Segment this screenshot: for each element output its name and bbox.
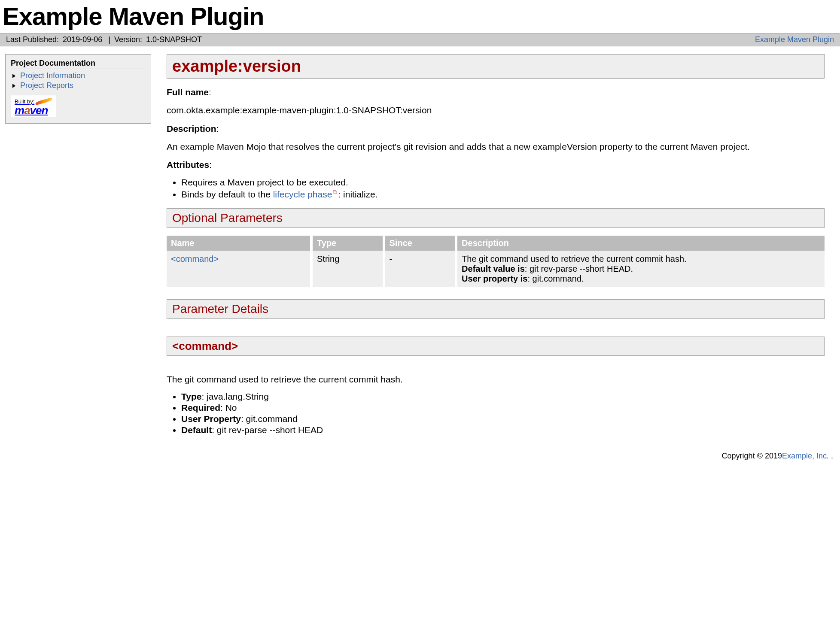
attribute-item: Binds by default to the lifecycle phase⧉… [181,188,825,200]
breadcrumb-left: Last Published: 2019-09-06 | Version: 1.… [6,35,204,44]
footer-prefix: Copyright © 2019 [722,452,782,460]
version-label: Version: [114,35,142,44]
param-detail-list: Type: java.lang.String Required: No User… [181,391,825,435]
sidebar-item-project-information[interactable]: Project Information [11,71,146,81]
attributes-label: Attributes [167,160,209,170]
parameter-command-heading: <command> [167,337,825,356]
fullname-label: Full name [167,87,209,97]
detail-default: Default: git rev-parse --short HEAD [181,425,825,435]
sidebar: Project Documentation Project Informatio… [5,54,151,124]
last-published-label: Last Published: [6,35,59,44]
param-desc-text: The git command used to retrieve the cur… [462,254,687,264]
banner: Example Maven Plugin [0,0,840,33]
table-header-name: Name [167,236,311,251]
external-link-icon: ⧉ [333,188,337,196]
goal-heading: example:version [167,54,825,79]
footer: Copyright © 2019Example, Inc. . [0,448,840,466]
sidebar-item-project-reports[interactable]: Project Reports [11,81,146,91]
attr2-prefix: Binds by default to the [181,189,273,199]
breadcrumb: Last Published: 2019-09-06 | Version: 1.… [0,33,840,46]
breadcrumb-project-link[interactable]: Example Maven Plugin [755,35,834,44]
attributes-list: Requires a Maven project to be executed.… [181,177,825,200]
fullname-value: com.okta.example:example-maven-plugin:1.… [167,104,825,116]
description-value: An example Maven Mojo that resolves the … [167,141,825,153]
detail-required: Required: No [181,403,825,413]
footer-company-link[interactable]: Example, Inc [782,452,827,460]
page-title: Example Maven Plugin [0,0,840,33]
attr2-suffix: : initialize. [338,189,377,199]
param-name-link[interactable]: <command> [171,254,219,264]
description-label: Description [167,124,216,133]
expand-icon [12,84,15,88]
sidebar-link-project-reports[interactable]: Project Reports [20,81,73,90]
sidebar-heading: Project Documentation [11,59,146,69]
table-header-since: Since [384,236,457,251]
last-published-value: 2019-09-06 [63,35,102,44]
sidebar-link-project-information[interactable]: Project Information [20,71,85,80]
built-by-maven-logo[interactable]: Built by: maven [11,95,57,117]
param-detail-description: The git command used to retrieve the cur… [167,373,825,385]
maven-brand: maven [15,104,48,117]
default-value: : git rev-parse --short HEAD. [525,264,633,273]
parameters-table: Name Type Since Description <command> St… [167,236,825,287]
breadcrumb-separator: | [108,35,110,44]
detail-user-property: User Property: git.command [181,414,825,424]
param-type: String [311,251,384,287]
attribute-item: Requires a Maven project to be executed. [181,177,825,188]
optional-parameters-heading: Optional Parameters [167,208,825,228]
table-header-type: Type [311,236,384,251]
default-value-label: Default value is [462,264,525,273]
table-header-description: Description [456,236,825,251]
param-since: - [384,251,457,287]
lifecycle-phase-link[interactable]: lifecycle phase [273,189,332,199]
param-description: The git command used to retrieve the cur… [456,251,825,287]
footer-suffix: . . [827,452,833,460]
user-property-label: User property is [462,274,527,283]
expand-icon [12,74,15,78]
detail-type: Type: java.lang.String [181,391,825,402]
main-content: example:version Full name: com.okta.exam… [167,54,835,444]
table-row: <command> String - The git command used … [167,251,825,287]
version-value: 1.0-SNAPSHOT [146,35,202,44]
user-property: : git.command. [527,274,584,283]
parameter-details-heading: Parameter Details [167,299,825,319]
